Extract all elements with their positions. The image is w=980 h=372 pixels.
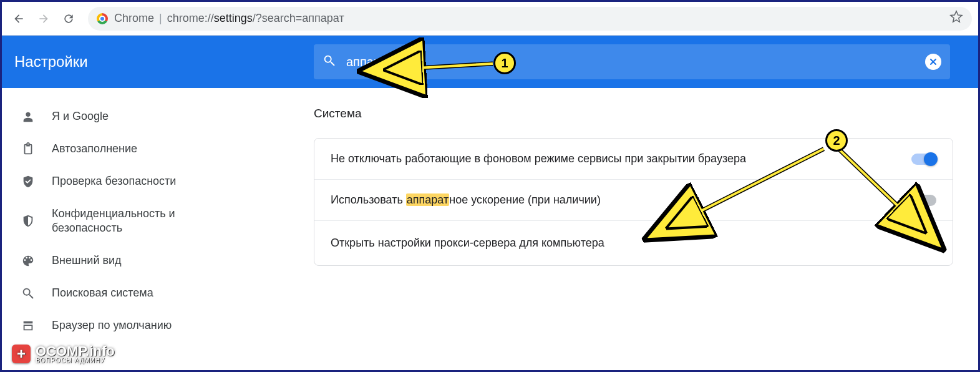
shield-check-icon [21, 174, 36, 189]
toggle-background-apps[interactable] [911, 154, 936, 165]
forward-button[interactable] [33, 8, 54, 29]
shield-half-icon [21, 213, 36, 228]
url-text: Chrome | chrome://settings/?search=аппар… [114, 12, 344, 25]
address-bar[interactable]: Chrome | chrome://settings/?search=аппар… [88, 7, 972, 31]
sidebar-item-label: Браузер по умолчанию [52, 318, 172, 333]
browser-bar: Chrome | chrome://settings/?search=аппар… [2, 2, 978, 36]
main-content: Система Не отключать работающие в фоново… [208, 88, 978, 370]
reload-button[interactable] [58, 8, 79, 29]
sidebar-item-label: Я и Google [52, 109, 109, 124]
toggle-hardware-acceleration[interactable] [911, 195, 936, 206]
sidebar-item-search-engine[interactable]: Поисковая система [2, 277, 208, 310]
palette-icon [21, 253, 36, 268]
sidebar-item-label: Проверка безопасности [52, 174, 176, 188]
sidebar-item-default-browser[interactable]: Браузер по умолчанию [2, 310, 208, 342]
search-icon [21, 286, 36, 301]
sidebar-item-you-and-google[interactable]: Я и Google [2, 100, 208, 133]
clear-search-button[interactable] [925, 54, 941, 70]
person-icon [21, 109, 36, 124]
section-title: Система [314, 107, 953, 120]
row-label: Открыть настройки прокси-сервера для ком… [331, 237, 923, 250]
sidebar: Я и Google Автозаполнение Проверка безоп… [2, 88, 208, 370]
search-icon [323, 54, 336, 70]
chrome-icon [97, 13, 108, 24]
open-external-icon [923, 235, 936, 252]
settings-header: Настройки [2, 36, 978, 88]
sidebar-item-label: Автозаполнение [52, 142, 137, 156]
search-input[interactable] [346, 55, 915, 69]
row-label: Использовать аппаратное ускорение (при н… [331, 193, 911, 207]
annotation-badge-2: 2 [825, 129, 848, 152]
sidebar-item-safety-check[interactable]: Проверка безопасности [2, 165, 208, 198]
settings-search[interactable] [314, 44, 950, 79]
back-button[interactable] [8, 8, 29, 29]
row-label: Не отключать работающие в фоновом режиме… [331, 152, 911, 165]
sidebar-item-appearance[interactable]: Внешний вид [2, 245, 208, 277]
sidebar-item-privacy-security[interactable]: Конфиденциальность и безопасность [2, 198, 208, 245]
row-hardware-acceleration[interactable]: Использовать аппаратное ускорение (при н… [314, 180, 953, 221]
page-title: Настройки [14, 53, 314, 71]
annotation-badge-1: 1 [493, 52, 516, 74]
row-background-apps[interactable]: Не отключать работающие в фоновом режиме… [314, 139, 953, 180]
sidebar-item-label: Конфиденциальность и безопасность [52, 207, 189, 236]
bookmark-star-icon[interactable] [949, 10, 963, 27]
browser-icon [21, 318, 36, 333]
sidebar-item-label: Внешний вид [52, 253, 122, 268]
clipboard-icon [21, 142, 36, 157]
system-card: Не отключать работающие в фоновом режиме… [314, 138, 953, 266]
sidebar-item-label: Поисковая система [52, 286, 153, 300]
row-proxy-settings[interactable]: Открыть настройки прокси-сервера для ком… [314, 221, 953, 265]
sidebar-item-autofill[interactable]: Автозаполнение [2, 133, 208, 165]
